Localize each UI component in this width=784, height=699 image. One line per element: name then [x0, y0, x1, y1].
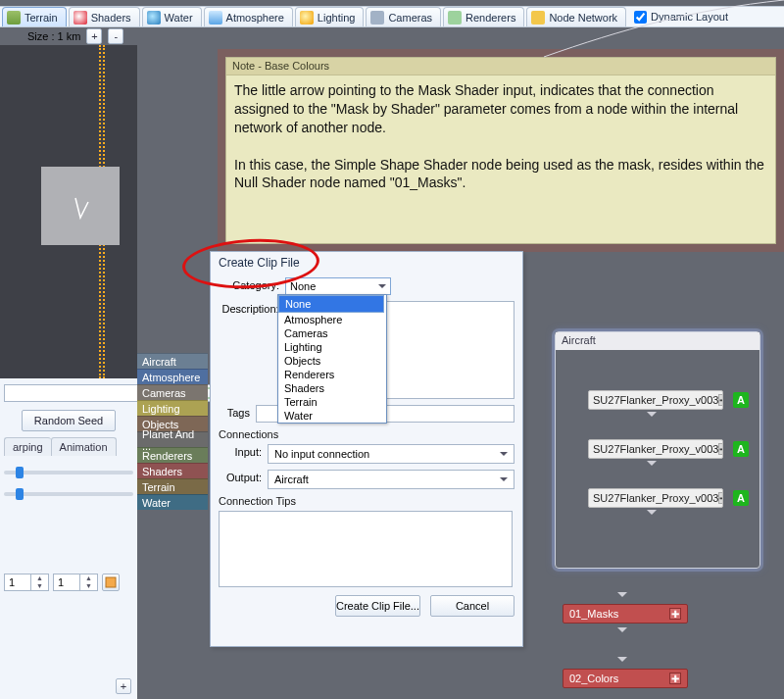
size-row: Size : 1 km + -	[27, 27, 123, 45]
node-label: 02_Colors	[569, 673, 618, 684]
node-label: SU27Flanker_Proxy_v003	[593, 492, 718, 504]
category-list: Aircraft Atmosphere Cameras Lighting Obj…	[137, 353, 208, 510]
dropdown-item[interactable]: Cameras	[278, 326, 386, 340]
tab-atmosphere[interactable]: Atmosphere	[204, 7, 293, 26]
spin-up-icon[interactable]: ▲	[30, 574, 48, 582]
tab-renderers[interactable]: Renderers	[443, 7, 524, 26]
tab-shaders[interactable]: Shaders	[69, 7, 140, 26]
note-body: The little arrow pointing to the Mask Sh…	[226, 75, 775, 198]
category-value: None	[290, 280, 316, 292]
category-item-shaders[interactable]: Shaders	[137, 463, 208, 478]
category-item-atmosphere[interactable]: Atmosphere	[137, 369, 208, 384]
chevron-down-icon	[378, 284, 386, 292]
dialog-title: Create Clip File	[211, 252, 522, 275]
slider-thumb[interactable]	[16, 467, 24, 478]
expand-icon[interactable]: ✚	[718, 443, 723, 455]
tab-terrain[interactable]: Terrain	[2, 7, 67, 26]
tab-cameras[interactable]: Cameras	[366, 7, 441, 26]
node-label: SU27Flanker_Proxy_v003	[593, 443, 718, 455]
node-label: 01_Masks	[569, 608, 618, 620]
dropdown-item[interactable]: Terrain	[278, 395, 386, 409]
triangle-down-icon	[617, 657, 627, 667]
dropdown-item[interactable]: Lighting	[278, 340, 386, 354]
network-icon	[531, 11, 545, 25]
node-su27-2[interactable]: SU27Flanker_Proxy_v003 ✚	[588, 439, 723, 459]
input-connection-select[interactable]: No input connection	[268, 444, 514, 464]
category-item-lighting[interactable]: Lighting	[137, 400, 208, 416]
dynamic-layout-toggle[interactable]: Dynamic Layout	[634, 11, 728, 24]
a-badge: A	[733, 392, 749, 408]
node-01-masks[interactable]: 01_Masks ✚	[563, 604, 688, 624]
category-select[interactable]: None	[285, 277, 391, 295]
slider-2[interactable]	[4, 483, 133, 505]
terrain-icon	[7, 11, 21, 25]
category-label: Category:	[219, 277, 279, 291]
cancel-button[interactable]: Cancel	[430, 595, 514, 617]
svg-rect-2	[106, 577, 116, 587]
triangle-down-icon	[647, 412, 657, 422]
category-item-terrain[interactable]: Terrain	[137, 478, 208, 494]
triangle-down-icon	[647, 461, 657, 471]
slider-thumb[interactable]	[16, 488, 24, 500]
expand-icon[interactable]: ✚	[718, 394, 723, 406]
note-paragraph: The little arrow pointing to the Mask Sh…	[234, 81, 767, 137]
dropdown-item[interactable]: Objects	[278, 354, 386, 368]
secondary-tabs: arping Animation	[4, 437, 133, 456]
tags-label: Tags	[219, 405, 250, 419]
spin-down-icon[interactable]: ▼	[79, 582, 97, 590]
tab-label: Water	[165, 12, 193, 24]
spinner-2[interactable]: 1 ▲▼	[53, 574, 98, 591]
spinner-1[interactable]: 1 ▲▼	[4, 574, 49, 591]
spinner-value: 1	[5, 576, 26, 588]
connections-heading: Connections	[219, 428, 514, 440]
dropdown-item[interactable]: Water	[278, 409, 386, 423]
slider-1[interactable]	[4, 462, 133, 483]
tab-animation[interactable]: Animation	[51, 437, 117, 456]
terrain-preview[interactable]	[0, 45, 137, 378]
expand-icon[interactable]: ✚	[669, 673, 681, 684]
category-item-aircraft[interactable]: Aircraft	[137, 353, 208, 369]
top-toolbar: Terrain Shaders Water Atmosphere Lightin…	[0, 6, 784, 27]
expand-icon[interactable]: ✚	[669, 608, 681, 620]
color-swatch-button[interactable]	[102, 574, 120, 591]
size-plus-button[interactable]: +	[86, 28, 102, 44]
node-su27-3[interactable]: SU27Flanker_Proxy_v003 ✚	[588, 488, 723, 508]
category-item-planet[interactable]: Planet And ...	[137, 431, 208, 447]
node-group-title: Aircraft	[556, 332, 760, 350]
expand-icon[interactable]: ✚	[718, 492, 723, 504]
description-label: Description:	[219, 301, 279, 315]
triangle-down-icon	[617, 592, 627, 602]
preview-extent-box[interactable]	[41, 167, 120, 245]
category-item-water[interactable]: Water	[137, 494, 208, 510]
create-clip-file-button[interactable]: Create Clip File...	[335, 595, 420, 617]
output-label: Output:	[219, 470, 262, 483]
spin-up-icon[interactable]: ▲	[79, 574, 97, 582]
random-seed-button[interactable]: Random Seed	[22, 410, 116, 431]
tab-label: Terrain	[24, 12, 58, 24]
category-item-cameras[interactable]: Cameras	[137, 384, 208, 400]
dropdown-item[interactable]: None	[278, 295, 384, 313]
spin-down-icon[interactable]: ▼	[30, 582, 48, 590]
input-label: Input:	[219, 444, 262, 458]
node-02-colors[interactable]: 02_Colors ✚	[563, 669, 688, 688]
dropdown-item[interactable]: Renderers	[278, 368, 386, 381]
tab-node-network[interactable]: Node Network	[526, 7, 626, 26]
dynamic-layout-checkbox[interactable]	[634, 11, 647, 24]
node-label: SU27Flanker_Proxy_v003	[593, 394, 718, 406]
dropdown-item[interactable]: Shaders	[278, 381, 386, 395]
tab-warping[interactable]: arping	[4, 437, 51, 456]
dropdown-item[interactable]: Atmosphere	[278, 313, 386, 326]
tab-water[interactable]: Water	[142, 7, 202, 26]
output-connection-select[interactable]: Aircraft	[268, 470, 514, 489]
tab-lighting[interactable]: Lighting	[295, 7, 365, 26]
property-panel: ? Random Seed arping Animation 1 ▲▼ 1 ▲▼	[0, 378, 137, 699]
dynamic-layout-label: Dynamic Layout	[651, 11, 728, 23]
shaders-icon	[74, 11, 87, 25]
size-minus-button[interactable]: -	[108, 28, 123, 44]
node-su27-1[interactable]: SU27Flanker_Proxy_v003 ✚	[588, 390, 723, 410]
a-badge: A	[733, 490, 749, 506]
connection-tips-box[interactable]	[219, 511, 513, 587]
category-dropdown[interactable]: None Atmosphere Cameras Lighting Objects…	[277, 294, 387, 424]
tab-label: Node Network	[549, 12, 617, 24]
add-button[interactable]: +	[116, 678, 131, 694]
